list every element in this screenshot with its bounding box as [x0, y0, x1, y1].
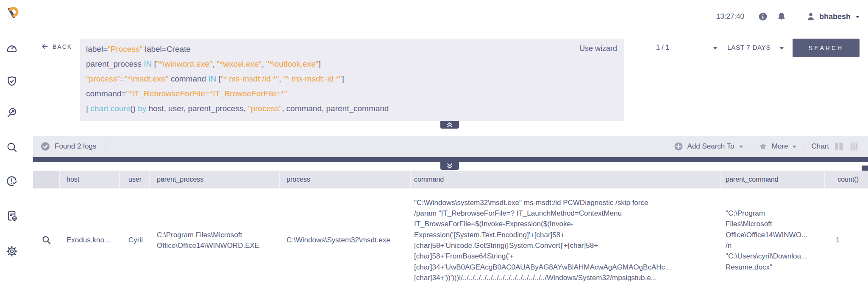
- cell-command: "C:\Windows\system32\msdt.exe" ms-msdt:/…: [411, 188, 721, 292]
- query-line: label="Process" label=Create: [86, 42, 573, 56]
- cell-user: Cyril: [120, 188, 150, 292]
- cell-host: Exodus.kno...: [60, 188, 120, 292]
- query-editor[interactable]: label="Process" label=Create parent_proc…: [80, 39, 624, 121]
- security-shield-icon[interactable]: [6, 75, 18, 88]
- column-header-command[interactable]: command: [411, 171, 721, 188]
- notifications-bell-icon[interactable]: [776, 11, 787, 22]
- chevron-down-icon: [738, 144, 744, 149]
- expand-results-button[interactable]: [440, 162, 459, 170]
- add-search-to-button[interactable]: Add Search To: [674, 142, 743, 151]
- back-button[interactable]: BACK: [41, 42, 72, 51]
- column-header-process[interactable]: process: [280, 171, 411, 188]
- divider: [106, 141, 106, 152]
- cell-parent-process: C:\Program Files\Microsoft Office\Office…: [150, 188, 280, 292]
- plus-circle-icon: [674, 142, 683, 151]
- sidebar: [0, 0, 24, 292]
- top-bar: 13:27:40 bhabesh: [24, 0, 868, 33]
- collapse-query-button[interactable]: [440, 121, 459, 129]
- incidents-icon[interactable]: [6, 175, 18, 188]
- found-logs-label: Found 2 logs: [55, 142, 96, 151]
- column-header-icon: [33, 171, 60, 188]
- username: bhabesh: [819, 12, 851, 21]
- query-line: command="*IT_RebrowseForFile=*IT_BrowseF…: [86, 86, 573, 101]
- cell-parent-command: "C:\Program Files\Microsoft Office\Offic…: [721, 188, 825, 292]
- user-menu[interactable]: bhabesh: [805, 11, 860, 22]
- chart-label: Chart: [811, 142, 829, 151]
- results-table: host user parent_process process command…: [33, 171, 868, 292]
- column-chart-icon[interactable]: [833, 141, 844, 152]
- table-header-row: host user parent_process process command…: [33, 171, 868, 188]
- settings-gear-icon[interactable]: [6, 245, 18, 258]
- cell-process: C:\Windows\System32\msdt.exe: [280, 188, 411, 292]
- column-header-count[interactable]: count(): [825, 171, 868, 188]
- logpoint-logo[interactable]: [4, 5, 20, 21]
- query-line: "process"="*\msdt.exe" command IN ["* ms…: [86, 71, 573, 86]
- row-search-icon[interactable]: [41, 235, 52, 246]
- column-header-user[interactable]: user: [120, 171, 150, 188]
- column-header-parent-command[interactable]: parent_command: [721, 171, 825, 188]
- chevron-down-icon: [855, 14, 860, 20]
- divider: [751, 141, 751, 152]
- chevron-down-icon: [792, 144, 797, 149]
- star-icon: [758, 141, 768, 152]
- reports-icon[interactable]: [6, 210, 18, 222]
- query-line: | chart count() by host, user, parent_pr…: [86, 101, 573, 116]
- search-icon[interactable]: [6, 141, 18, 154]
- back-label: BACK: [53, 43, 72, 50]
- results-status-bar: Found 2 logs Add Search To More Chart: [33, 136, 868, 157]
- found-logs: Found 2 logs: [33, 142, 96, 151]
- clock: 13:27:40: [716, 12, 744, 21]
- info-icon[interactable]: [757, 11, 768, 22]
- search-button[interactable]: SEARCH: [793, 39, 860, 57]
- table-row[interactable]: Exodus.kno... Cyril C:\Program Files\Mic…: [33, 188, 868, 292]
- query-line: parent_process IN ["*\winword.exe", "*\e…: [86, 56, 573, 71]
- divider: [804, 141, 804, 152]
- avatar-icon: [805, 11, 816, 22]
- time-range-chevron-down-icon[interactable]: [779, 45, 785, 51]
- scatter-chart-icon[interactable]: [849, 141, 860, 152]
- column-header-host[interactable]: host: [60, 171, 120, 188]
- pagination-chevron-down-icon[interactable]: [712, 45, 718, 51]
- threat-hunting-icon[interactable]: [6, 107, 18, 119]
- double-chevron-down-icon: [446, 163, 453, 169]
- back-arrow-icon: [41, 42, 49, 51]
- more-button[interactable]: More: [758, 141, 798, 152]
- double-chevron-up-icon: [446, 122, 453, 128]
- column-header-parent-process[interactable]: parent_process: [150, 171, 280, 188]
- check-circle-icon: [41, 142, 50, 151]
- query-pagination: 1 / 1: [656, 44, 669, 51]
- use-wizard-link[interactable]: Use wizard: [579, 44, 617, 53]
- time-range-selector[interactable]: LAST 7 DAYS: [727, 44, 771, 51]
- results-divider-bar: [33, 157, 868, 162]
- dashboard-icon[interactable]: [6, 42, 18, 54]
- cell-count: 1: [825, 188, 868, 292]
